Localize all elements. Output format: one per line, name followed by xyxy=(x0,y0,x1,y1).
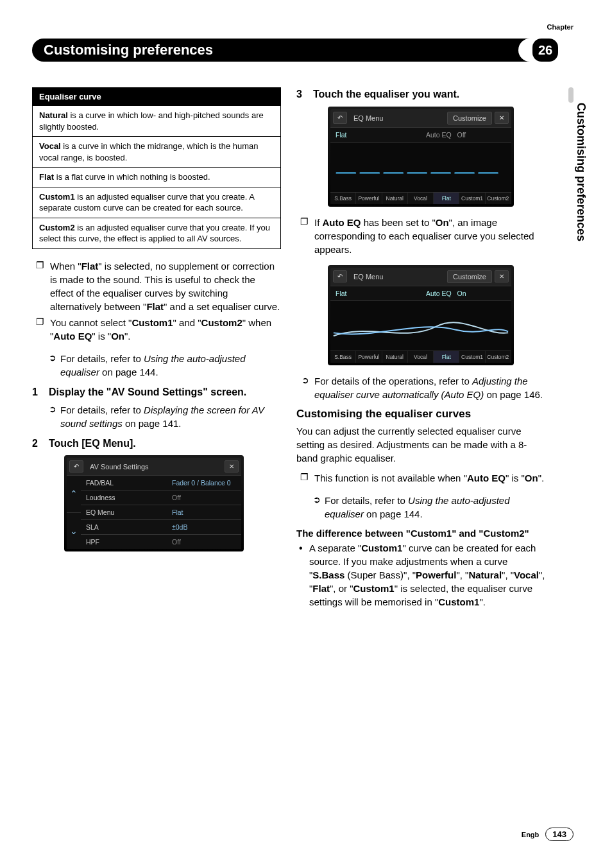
side-accent-bar xyxy=(568,87,574,103)
body-text: You can adjust the currently selected eq… xyxy=(296,424,545,465)
chapter-label: Chapter xyxy=(547,23,574,31)
reference-link: For details, refer to Using the auto-adj… xyxy=(32,352,281,379)
eq-tab[interactable]: Custom2 xyxy=(486,351,511,363)
equaliser-curve-table: Equaliser curve Natural is a curve in wh… xyxy=(32,87,281,249)
auto-eq-toggle[interactable]: Auto EQ Off xyxy=(421,128,511,142)
eq-tab[interactable]: Custom2 xyxy=(486,193,511,204)
table-row: Custom2 is an adjusted equaliser curve t… xyxy=(33,218,280,248)
scroll-down-icon[interactable]: ⌄ xyxy=(67,512,81,550)
footer-page-number: 143 xyxy=(545,828,574,841)
list-item[interactable]: HPFOff xyxy=(81,534,241,549)
footer-language: Engb xyxy=(522,831,540,838)
section-heading: Customising the equaliser curves xyxy=(296,408,545,421)
table-row: Vocal is a curve in which the midrange, … xyxy=(33,136,280,167)
eq-graph xyxy=(330,300,511,351)
step-3: 3 Touch the equaliser you want. xyxy=(296,87,545,101)
table-header: Equaliser curve xyxy=(33,88,280,105)
note-flat: When "Flat" is selected, no supplement o… xyxy=(32,259,281,313)
auto-eq-toggle[interactable]: Auto EQ On xyxy=(421,286,511,300)
bullet-custom1-explanation: A separate "Custom1" curve can be create… xyxy=(296,541,545,609)
list-item[interactable]: LoudnessOff xyxy=(81,490,241,505)
side-label: Customising preferences xyxy=(574,103,588,241)
sub-heading: The difference between "Custom1" and "Cu… xyxy=(296,527,545,540)
footer: Engb 143 xyxy=(522,828,574,841)
right-column: 3 Touch the equaliser you want. ↶ EQ Men… xyxy=(296,87,545,615)
device-screenshot-eq-menu-on: ↶ EQ Menu Customize ✕ Flat Auto EQ On S.… xyxy=(328,265,514,365)
customize-button[interactable]: Customize xyxy=(447,270,492,283)
eq-tab[interactable]: Custom1 xyxy=(459,193,485,204)
device-title: EQ Menu xyxy=(350,114,445,122)
eq-tab[interactable]: Powerful xyxy=(356,193,382,204)
reference-link: For details, refer to Using the auto-adj… xyxy=(296,494,545,521)
eq-tab[interactable]: Natural xyxy=(382,193,408,204)
note-custom: You cannot select "Custom1" and "Custom2… xyxy=(32,316,281,343)
eq-graph xyxy=(330,142,511,192)
device-title: EQ Menu xyxy=(350,273,445,281)
back-icon[interactable]: ↶ xyxy=(69,460,83,473)
list-item[interactable]: SLA±0dB xyxy=(81,519,241,534)
header-bar: Customising preferences 26 xyxy=(32,39,558,62)
eq-tab[interactable]: Custom1 xyxy=(459,351,485,363)
table-row: Natural is a curve in which low- and hig… xyxy=(33,105,280,136)
chapter-number-badge: 26 xyxy=(532,39,558,62)
back-icon[interactable]: ↶ xyxy=(333,112,347,124)
eq-tab[interactable]: Vocal xyxy=(408,351,434,363)
page-title: Customising preferences xyxy=(44,42,232,58)
close-icon[interactable]: ✕ xyxy=(495,270,509,282)
left-column: Equaliser curve Natural is a curve in wh… xyxy=(32,87,281,615)
step-2: 2 Touch [EQ Menu]. xyxy=(32,437,281,451)
eq-tab[interactable]: S.Bass xyxy=(330,193,356,204)
close-icon[interactable]: ✕ xyxy=(495,112,509,124)
table-row: Custom1 is an adjusted equaliser curve t… xyxy=(33,187,280,218)
preset-label: Flat xyxy=(330,128,421,142)
device-title: AV Sound Settings xyxy=(86,463,222,471)
device-screenshot-av-sound-settings: ↶ AV Sound Settings ✕ ⌃ ⌄ FAD/BALFader 0… xyxy=(64,455,244,551)
scroll-up-icon[interactable]: ⌃ xyxy=(67,475,81,512)
reference-link: For details of the operations, refer to … xyxy=(296,374,545,401)
note-function-unavailable: This function is not available when "Aut… xyxy=(296,471,545,485)
step-1: 1 Display the "AV Sound Settings" screen… xyxy=(32,385,281,399)
reference-link: For details, refer to Displaying the scr… xyxy=(32,403,281,430)
list-item[interactable]: EQ MenuFlat xyxy=(81,505,241,519)
back-icon[interactable]: ↶ xyxy=(333,270,347,282)
eq-tab[interactable]: Vocal xyxy=(408,193,434,204)
eq-tab[interactable]: Powerful xyxy=(356,351,382,363)
close-icon[interactable]: ✕ xyxy=(225,460,239,473)
device-screenshot-eq-menu-off: ↶ EQ Menu Customize ✕ Flat Auto EQ Off xyxy=(328,107,514,207)
list-item[interactable]: FAD/BALFader 0 / Balance 0 xyxy=(81,475,241,490)
table-row: Flat is a flat curve in which nothing is… xyxy=(33,167,280,187)
note-auto-eq-on: If Auto EQ has been set to "On", an imag… xyxy=(296,216,545,256)
eq-tab[interactable]: Flat xyxy=(434,193,459,204)
eq-tab[interactable]: Natural xyxy=(382,351,408,363)
eq-tab[interactable]: S.Bass xyxy=(330,351,356,363)
eq-tab[interactable]: Flat xyxy=(434,351,459,363)
customize-button[interactable]: Customize xyxy=(447,112,492,125)
preset-label: Flat xyxy=(330,286,421,300)
